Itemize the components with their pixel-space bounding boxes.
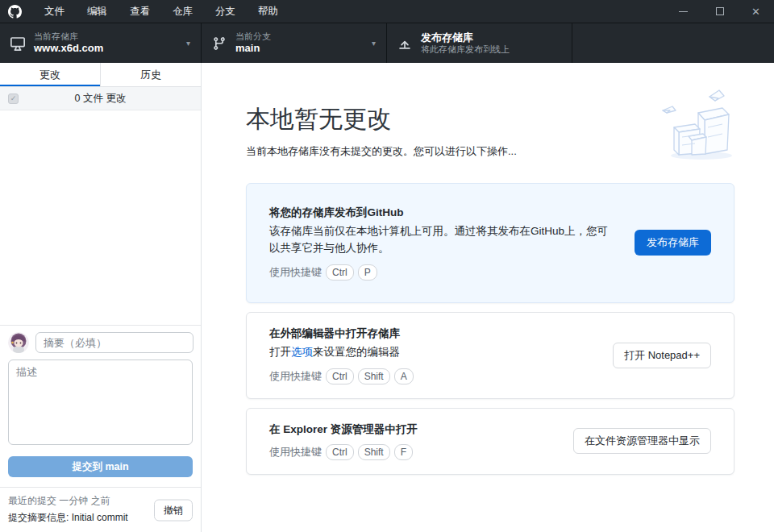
- open-explorer-card-shortcut: 使用快捷键 Ctrl Shift F: [269, 444, 557, 460]
- minimize-button[interactable]: [665, 0, 701, 23]
- files-header: ✓ 0 文件 更改: [0, 87, 201, 110]
- menu-branch[interactable]: 分支: [204, 0, 247, 23]
- git-branch-icon: [212, 36, 227, 51]
- chevron-down-icon: ▾: [186, 39, 190, 48]
- changed-files-count: 0 文件 更改: [8, 92, 193, 106]
- menu-edit[interactable]: 编辑: [76, 0, 119, 23]
- publish-card-content: 将您的存储库发布到GitHub 该存储库当前仅在本地计算机上可用。通过将其发布在…: [269, 206, 618, 281]
- app-window: 文件 编辑 查看 仓库 分支 帮助 ✕ 当前存储库 www.x6d.com ▾ …: [0, 0, 774, 532]
- menu-repository[interactable]: 仓库: [161, 0, 204, 23]
- minimize-icon: [679, 11, 688, 12]
- kbd-ctrl: Ctrl: [326, 444, 354, 460]
- kbd-shift: Shift: [358, 368, 390, 384]
- publish-repository-toolbar-button[interactable]: 发布存储库 将此存储库发布到线上: [387, 23, 572, 63]
- app-body: 更改 历史 ✓ 0 文件 更改: [0, 63, 774, 532]
- open-editor-card-body: 打开选项来设置您的编辑器: [269, 344, 597, 361]
- repository-name: www.x6d.com: [34, 42, 103, 55]
- kbd-ctrl: Ctrl: [326, 264, 354, 281]
- tab-history[interactable]: 历史: [101, 63, 201, 86]
- shortcut-label: 使用快捷键: [269, 369, 322, 384]
- commit-button-branch: main: [105, 461, 128, 472]
- branch-label: 当前分支: [235, 31, 271, 43]
- kbd-p: P: [358, 264, 377, 281]
- titlebar: 文件 编辑 查看 仓库 分支 帮助 ✕: [0, 0, 774, 23]
- publish-card-body: 该存储库当前仅在本地计算机上可用。通过将其发布在GitHub上，您可以共享它并与…: [269, 223, 618, 257]
- publish-card: 将您的存储库发布到GitHub 该存储库当前仅在本地计算机上可用。通过将其发布在…: [246, 183, 734, 303]
- open-editor-card-content: 在外部编辑器中打开存储库 打开选项来设置您的编辑器 使用快捷键 Ctrl Shi…: [269, 326, 597, 384]
- publish-subtitle: 将此存储库发布到线上: [421, 44, 510, 56]
- maximize-button[interactable]: [701, 0, 738, 23]
- undo-button[interactable]: 撤销: [154, 499, 193, 521]
- maximize-icon: [716, 7, 724, 15]
- kbd-ctrl: Ctrl: [326, 368, 354, 384]
- menu-help[interactable]: 帮助: [247, 0, 289, 23]
- editor-body-prefix: 打开: [269, 346, 291, 358]
- open-editor-card-title: 在外部编辑器中打开存储库: [269, 326, 597, 341]
- kbd-f: F: [394, 444, 413, 460]
- commit-summary-input[interactable]: [35, 332, 194, 353]
- open-editor-button[interactable]: 打开 Notepad++: [613, 343, 711, 368]
- close-icon: ✕: [751, 6, 760, 17]
- window-controls: ✕: [665, 0, 774, 23]
- publish-card-shortcut: 使用快捷键 Ctrl P: [269, 264, 618, 281]
- current-branch-button[interactable]: 当前分支 main ▾: [202, 23, 387, 63]
- open-explorer-card: 在 Explorer 资源管理器中打开 使用快捷键 Ctrl Shift F 在…: [246, 408, 734, 475]
- chevron-down-icon: ▾: [372, 39, 376, 48]
- branch-name: main: [235, 42, 271, 55]
- changed-files-list: [0, 110, 201, 325]
- recent-commit-section: 最近的提交 一分钟 之前 提交摘要信息: Initial commit 撤销: [0, 487, 201, 532]
- open-explorer-card-content: 在 Explorer 资源管理器中打开 使用快捷键 Ctrl Shift F: [269, 422, 557, 460]
- computer-icon: [10, 36, 25, 51]
- kbd-shift: Shift: [358, 444, 390, 460]
- sidebar: 更改 历史 ✓ 0 文件 更改: [0, 63, 202, 532]
- publish-card-title: 将您的存储库发布到GitHub: [269, 206, 618, 220]
- open-explorer-card-title: 在 Explorer 资源管理器中打开: [269, 422, 557, 437]
- kbd-a: A: [394, 368, 414, 384]
- menu-file[interactable]: 文件: [33, 0, 76, 23]
- shortcut-label: 使用快捷键: [269, 265, 322, 280]
- branch-text: 当前分支 main: [235, 31, 271, 56]
- close-button[interactable]: ✕: [738, 0, 774, 23]
- open-editor-card-shortcut: 使用快捷键 Ctrl Shift A: [269, 368, 597, 384]
- shortcut-label: 使用快捷键: [269, 445, 322, 459]
- publish-repository-button[interactable]: 发布存储库: [635, 230, 711, 256]
- github-logo-icon: [8, 5, 22, 19]
- publish-title: 发布存储库: [421, 31, 510, 44]
- publish-text: 发布存储库 将此存储库发布到线上: [421, 31, 510, 56]
- editor-body-suffix: 来设置您的编辑器: [313, 346, 400, 358]
- user-avatar: [8, 332, 29, 353]
- recent-commit-summary-label: 提交摘要信息:: [8, 512, 69, 523]
- repository-label: 当前存储库: [34, 31, 103, 43]
- repository-text: 当前存储库 www.x6d.com: [34, 31, 103, 56]
- commit-button[interactable]: 提交到 main: [8, 456, 193, 477]
- commit-description-input[interactable]: [8, 360, 193, 445]
- show-in-explorer-button[interactable]: 在文件资源管理器中显示: [573, 428, 711, 454]
- suggested-actions: 将您的存储库发布到GitHub 该存储库当前仅在本地计算机上可用。通过将其发布在…: [246, 183, 734, 475]
- tab-changes[interactable]: 更改: [0, 63, 101, 86]
- open-editor-card: 在外部编辑器中打开存储库 打开选项来设置您的编辑器 使用快捷键 Ctrl Shi…: [246, 312, 734, 399]
- upload-icon: [397, 36, 412, 51]
- main-content: 本地暂无更改 当前本地存储库没有未提交的更改。您可以进行以下操作... 将您的存…: [202, 63, 774, 532]
- menu-view[interactable]: 查看: [119, 0, 161, 23]
- menu-bar: 文件 编辑 查看 仓库 分支 帮助: [33, 0, 289, 23]
- boxes-illustration: [651, 77, 748, 166]
- commit-button-prefix: 提交到: [72, 461, 105, 472]
- sidebar-tabs: 更改 历史: [0, 63, 201, 87]
- commit-form: 提交到 main: [0, 325, 201, 487]
- toolbar: 当前存储库 www.x6d.com ▾ 当前分支 main ▾ 发布存储库 将此…: [0, 23, 774, 63]
- current-repository-button[interactable]: 当前存储库 www.x6d.com ▾: [0, 23, 202, 63]
- options-link[interactable]: 选项: [291, 346, 313, 358]
- recent-commit-summary-value: Initial commit: [72, 512, 128, 523]
